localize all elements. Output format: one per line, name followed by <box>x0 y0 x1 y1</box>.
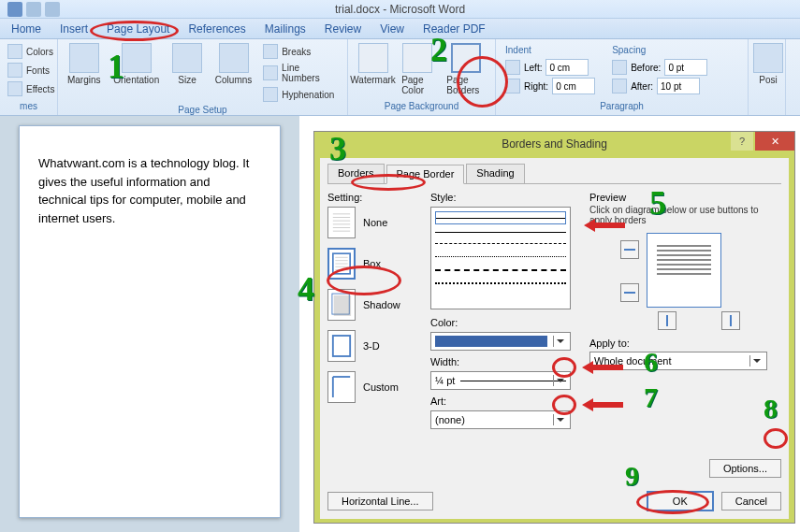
spacing-before-input[interactable] <box>664 59 707 76</box>
setting-shadow[interactable]: Shadow <box>327 289 421 321</box>
svg-rect-14 <box>333 336 350 356</box>
dialog-close-button[interactable]: ✕ <box>755 132 794 151</box>
paragraph-group-label: Paragraph <box>500 99 744 113</box>
redo-icon[interactable] <box>45 2 60 17</box>
indent-right-icon <box>505 79 520 93</box>
setting-label: Setting: <box>327 192 421 203</box>
ribbon-group-page-background: Watermark Page Color Page Borders Page B… <box>348 39 496 115</box>
ribbon-tabs: Home Insert Page Layout References Maili… <box>0 19 800 39</box>
tab-mailings[interactable]: Mailings <box>255 20 315 38</box>
edge-bottom-button[interactable] <box>620 283 639 302</box>
indent-left-icon <box>505 60 520 75</box>
hyphenation-icon <box>263 87 278 102</box>
tab-view[interactable]: View <box>371 20 414 38</box>
color-label: Color: <box>430 317 580 328</box>
dialog-help-button[interactable]: ? <box>731 132 753 151</box>
tab-page-border[interactable]: Page Border <box>386 165 465 184</box>
horizontal-line-button[interactable]: Horizontal Line... <box>327 492 433 510</box>
preview-label: Preview <box>589 192 781 203</box>
edge-top-button[interactable] <box>620 240 639 259</box>
setting-none[interactable]: None <box>327 207 421 238</box>
effects-icon <box>7 81 22 96</box>
page-borders-button[interactable]: Page Borders <box>441 41 491 97</box>
breaks-button[interactable]: Breaks <box>259 43 343 60</box>
watermark-icon <box>358 43 388 73</box>
setting-3d[interactable]: 3-D <box>327 330 421 362</box>
quick-access-toolbar <box>0 0 60 19</box>
edge-right-button[interactable] <box>721 311 740 330</box>
color-swatch <box>435 336 547 347</box>
indent-right-input[interactable] <box>552 78 595 94</box>
art-dropdown[interactable]: (none) <box>430 410 571 429</box>
apply-to-dropdown[interactable]: Whole document <box>589 352 767 370</box>
tab-references[interactable]: References <box>179 20 255 38</box>
cancel-button[interactable]: Cancel <box>721 492 781 510</box>
options-button[interactable]: Options... <box>709 459 781 478</box>
style-label: Style: <box>430 192 580 203</box>
page-color-button[interactable]: Page Color <box>396 41 439 97</box>
ribbon-group-themes: Colors Fonts Effects mes <box>0 39 58 115</box>
size-button[interactable]: Size <box>167 41 208 87</box>
tab-home[interactable]: Home <box>2 20 51 38</box>
page-color-icon <box>402 43 432 73</box>
preview-hint: Click on diagram below or use buttons to… <box>589 205 781 225</box>
ok-button[interactable]: OK <box>647 491 714 511</box>
window-title: trial.docx - Microsoft Word <box>335 3 465 16</box>
tab-insert[interactable]: Insert <box>51 20 97 38</box>
tab-page-layout[interactable]: Page Layout <box>97 20 179 38</box>
colors-icon <box>7 44 22 59</box>
tab-borders[interactable]: Borders <box>327 164 385 183</box>
title-bar: trial.docx - Microsoft Word <box>0 0 800 19</box>
fonts-icon <box>7 63 22 78</box>
setting-box[interactable]: Box <box>327 248 421 280</box>
position-button[interactable]: Posi <box>752 41 784 87</box>
spacing-after-icon <box>612 79 627 93</box>
hyphenation-button[interactable]: Hyphenation <box>259 86 343 103</box>
dialog-tabs: Borders Page Border Shading <box>327 164 781 184</box>
width-dropdown[interactable]: ¼ pt <box>430 371 571 390</box>
page-borders-icon <box>451 43 481 73</box>
indent-left-input[interactable] <box>545 59 589 76</box>
borders-shading-dialog: Borders and Shading ? ✕ Borders Page Bor… <box>313 131 795 524</box>
ribbon-group-arrange: Posi <box>749 39 786 115</box>
dialog-title: Borders and Shading <box>502 137 607 151</box>
setting-column: Setting: None Box Shadow 3-D <box>327 192 421 474</box>
watermark-button[interactable]: Watermark <box>352 41 394 87</box>
themes-group-label: mes <box>4 99 53 113</box>
columns-button[interactable]: Columns <box>210 41 257 87</box>
ribbon-group-page-setup: Margins Orientation Size Columns Breaks … <box>58 39 348 115</box>
effects-button[interactable]: Effects <box>4 80 58 97</box>
setting-custom[interactable]: Custom <box>327 371 421 403</box>
color-dropdown[interactable] <box>430 332 571 351</box>
edge-left-button[interactable] <box>658 311 676 330</box>
spacing-before-icon <box>612 60 627 75</box>
tab-reader-pdf[interactable]: Reader PDF <box>414 20 495 38</box>
colors-button[interactable]: Colors <box>4 43 58 60</box>
save-icon[interactable] <box>7 2 22 17</box>
preview-diagram <box>620 233 751 326</box>
spacing-header: Spacing <box>612 45 707 57</box>
ribbon-group-paragraph: Indent Left: Right: Spacing Before: Afte… <box>496 39 749 115</box>
columns-icon <box>219 43 249 73</box>
line-numbers-icon <box>263 65 278 80</box>
dialog-title-bar: Borders and Shading ? ✕ <box>314 132 794 156</box>
line-numbers-button[interactable]: Line Numbers <box>259 62 343 84</box>
document-area: Whatvwant.com is a technology blog. It g… <box>0 116 299 532</box>
style-column: Style: Color: Width: ¼ pt Art: (none) <box>430 192 580 474</box>
style-listbox[interactable] <box>430 207 571 309</box>
document-page[interactable]: Whatvwant.com is a technology blog. It g… <box>19 125 281 518</box>
orientation-button[interactable]: Orientation <box>108 41 165 87</box>
tab-review[interactable]: Review <box>315 20 371 38</box>
preview-page[interactable] <box>647 233 721 308</box>
undo-icon[interactable] <box>26 2 41 17</box>
svg-rect-13 <box>334 295 351 316</box>
margins-icon <box>69 43 99 73</box>
apply-to-label: Apply to: <box>589 338 781 349</box>
breaks-icon <box>263 44 278 59</box>
document-text: Whatvwant.com is a technology blog. It g… <box>38 154 261 227</box>
spacing-after-input[interactable] <box>657 78 700 94</box>
fonts-button[interactable]: Fonts <box>4 62 58 79</box>
size-icon <box>172 43 202 73</box>
tab-shading[interactable]: Shading <box>466 164 524 183</box>
margins-button[interactable]: Margins <box>62 41 106 87</box>
